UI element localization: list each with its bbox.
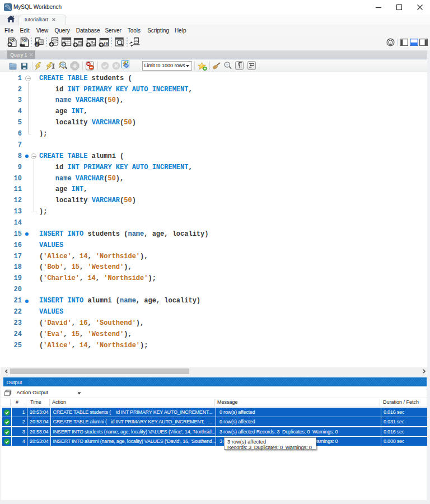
svg-text:SQL: SQL (22, 38, 28, 41)
svg-text:ƒ0: ƒ0 (103, 41, 108, 46)
svg-text:SQL: SQL (9, 38, 15, 41)
